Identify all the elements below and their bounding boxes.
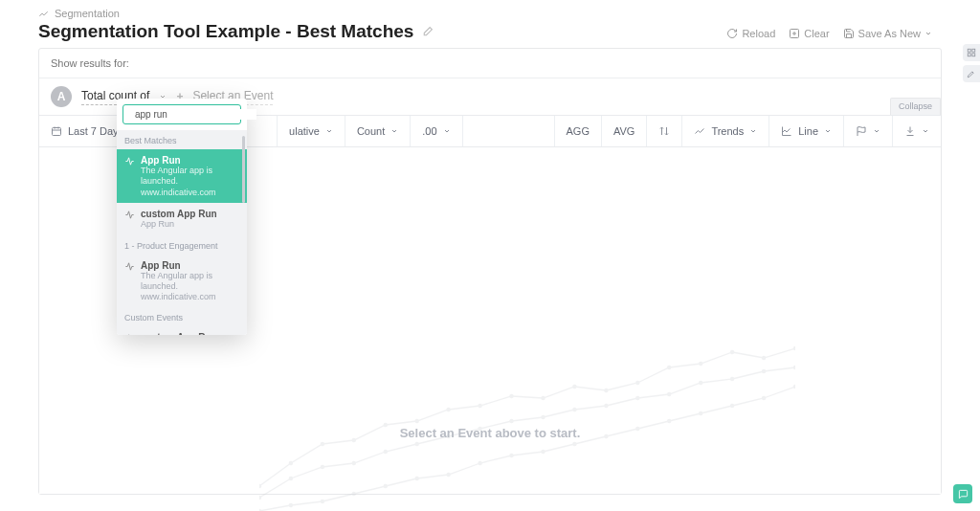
svg-rect-5: [53, 128, 61, 136]
svg-point-13: [478, 404, 481, 408]
dropdown-item-custom-app-run-ce[interactable]: custom App Run App Run: [117, 326, 247, 335]
svg-point-43: [289, 503, 293, 507]
sort-icon: [658, 125, 670, 137]
svg-point-35: [604, 404, 608, 408]
svg-rect-1: [972, 49, 975, 52]
breadcrumb-label: Segmentation: [55, 8, 120, 19]
dropdown-item-app-run[interactable]: App Run The Angular app is launched. www…: [117, 149, 247, 203]
clear-icon: [789, 28, 800, 39]
svg-point-15: [541, 396, 545, 400]
svg-point-57: [730, 404, 734, 408]
svg-point-29: [415, 442, 419, 446]
trends-icon: [694, 125, 705, 137]
svg-point-41: [793, 366, 795, 369]
svg-point-25: [289, 477, 293, 480]
flag-icon: [856, 125, 867, 137]
avg-button[interactable]: AVG: [602, 116, 647, 146]
svg-point-17: [604, 389, 608, 392]
svg-point-26: [321, 465, 324, 469]
svg-point-28: [384, 450, 388, 454]
svg-point-6: [259, 484, 261, 488]
svg-point-33: [541, 415, 545, 419]
cumulative-picker[interactable]: ulative: [278, 116, 345, 146]
svg-point-19: [667, 366, 671, 369]
reload-icon: [726, 28, 738, 39]
avatar[interactable]: A: [51, 86, 72, 107]
save-icon: [843, 28, 855, 39]
svg-point-12: [446, 408, 450, 411]
svg-point-16: [572, 385, 576, 389]
agg-button[interactable]: AGG: [555, 116, 602, 146]
dropdown-section-best-matches: Best Matches: [117, 130, 247, 149]
svg-point-49: [478, 461, 481, 465]
count-picker[interactable]: Count: [345, 116, 411, 146]
event-search-input[interactable]: [135, 109, 256, 120]
svg-point-24: [259, 496, 261, 500]
chevron-down-icon: [443, 127, 451, 135]
chevron-down-icon: [873, 127, 880, 135]
svg-point-38: [699, 381, 702, 385]
svg-point-46: [384, 484, 388, 488]
dropdown-item-app-run-pe[interactable]: App Run The Angular app is launched. www…: [117, 255, 247, 308]
svg-point-39: [730, 377, 734, 381]
svg-point-20: [699, 362, 702, 366]
segmentation-icon: [38, 9, 49, 19]
svg-point-22: [762, 356, 766, 360]
svg-point-18: [635, 381, 639, 385]
svg-point-45: [352, 492, 356, 496]
svg-point-51: [541, 450, 545, 454]
line-chart-icon: [781, 125, 792, 137]
save-as-new-button[interactable]: Save As New: [843, 28, 932, 39]
svg-point-14: [509, 394, 513, 398]
side-eyedropper-icon[interactable]: [963, 65, 980, 82]
svg-point-56: [699, 411, 702, 415]
dropdown-section-custom-events: Custom Events: [117, 307, 247, 326]
dropdown-scrollbar[interactable]: [242, 136, 245, 329]
chevron-down-icon: [824, 127, 832, 135]
event-search-box[interactable]: [122, 104, 241, 124]
activity-icon: [124, 333, 135, 335]
svg-point-32: [509, 419, 513, 423]
chevron-down-icon: [924, 30, 932, 37]
help-fab[interactable]: [953, 484, 972, 503]
download-icon: [904, 125, 916, 137]
svg-rect-0: [968, 49, 970, 52]
svg-point-8: [321, 442, 324, 446]
svg-point-36: [635, 396, 639, 400]
chevron-down-icon: [325, 127, 333, 135]
svg-point-34: [572, 408, 576, 411]
svg-point-11: [415, 419, 419, 423]
svg-rect-2: [968, 54, 970, 56]
side-grid-icon[interactable]: [963, 44, 980, 61]
flag-button[interactable]: [844, 116, 893, 146]
svg-point-58: [762, 396, 766, 400]
sort-button[interactable]: [647, 116, 682, 146]
decimals-picker[interactable]: .00: [411, 116, 462, 146]
chevron-down-icon: [390, 127, 398, 135]
activity-icon: [124, 156, 135, 168]
chart-type-picker[interactable]: Line: [769, 116, 844, 146]
collapse-button[interactable]: Collapse: [890, 98, 941, 115]
svg-point-40: [762, 369, 766, 373]
svg-point-44: [321, 500, 324, 503]
svg-point-7: [289, 461, 293, 465]
chat-icon: [958, 489, 969, 500]
svg-point-23: [793, 346, 795, 350]
svg-point-48: [446, 473, 450, 477]
breadcrumb[interactable]: Segmentation: [38, 8, 942, 19]
reload-button[interactable]: Reload: [726, 28, 775, 39]
edit-title-icon[interactable]: [421, 25, 434, 42]
event-dropdown: Best Matches App Run The Angular app is …: [117, 99, 247, 335]
clear-button[interactable]: Clear: [789, 28, 829, 39]
trends-picker[interactable]: Trends: [682, 116, 769, 146]
dropdown-item-custom-app-run[interactable]: custom App Run App Run: [117, 203, 247, 235]
svg-point-27: [352, 461, 356, 465]
activity-icon: [124, 261, 135, 274]
dropdown-section-product-engagement: 1 - Product Engagement: [117, 235, 247, 255]
svg-point-37: [667, 392, 671, 396]
empty-state-text: Select an Event above to start.: [39, 426, 941, 440]
svg-point-55: [667, 419, 671, 423]
chevron-down-icon: [749, 127, 757, 135]
download-button[interactable]: [893, 116, 941, 146]
svg-point-59: [793, 385, 795, 389]
